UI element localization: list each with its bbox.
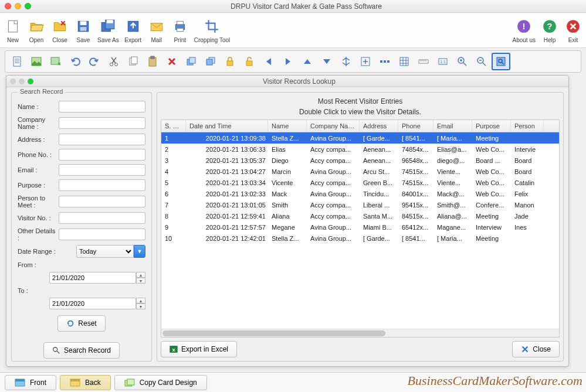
tool-copy-icon[interactable] — [124, 53, 143, 70]
tool-visitor-lookup-icon[interactable] — [492, 53, 510, 70]
tool-ruler-icon[interactable] — [414, 53, 433, 70]
minimize-window-icon[interactable] — [15, 3, 21, 9]
table-row[interactable]: 62020-01-21 13:02:33MackAvina Group...Ti… — [161, 188, 559, 199]
tool-fit-icon[interactable] — [356, 53, 375, 70]
help-button[interactable]: ?Help — [540, 17, 559, 43]
tab-back[interactable]: Back — [60, 375, 111, 390]
col-sno[interactable]: S. No. — [161, 120, 186, 132]
cropping-tool-button[interactable]: Cropping Tool — [194, 17, 231, 43]
copy-card-design-button[interactable]: Copy Card Design — [114, 375, 207, 390]
tool-grid-icon[interactable] — [395, 53, 414, 70]
col-email[interactable]: Email — [433, 120, 472, 132]
col-datetime[interactable]: Date and Time — [186, 120, 268, 132]
tool-bring-front-icon[interactable] — [182, 53, 201, 70]
print-button[interactable]: Print — [171, 17, 189, 43]
tool-align-center-icon[interactable] — [337, 53, 355, 70]
col-purpose[interactable]: Purpose — [472, 120, 511, 132]
save-button[interactable]: Save — [74, 17, 93, 43]
col-address[interactable]: Address — [360, 120, 398, 132]
col-phone[interactable]: Phone — [398, 120, 433, 132]
from-step-up-icon[interactable]: ▲ — [136, 272, 145, 278]
tool-arrow-right-icon[interactable] — [279, 53, 297, 70]
from-step-down-icon[interactable]: ▼ — [136, 278, 145, 284]
col-person[interactable]: Person — [511, 120, 544, 132]
table-row[interactable]: 42020-01-21 13:04:27MarcinAvina Group...… — [161, 166, 559, 177]
phone-input[interactable] — [59, 149, 145, 161]
tool-send-back-icon[interactable] — [201, 53, 220, 70]
table-row[interactable]: 72020-01-21 13:01:05SmithAccy compa...Li… — [161, 199, 559, 210]
grid-body[interactable]: 12020-01-21 13:09:38Stella Z...Avina Gro… — [161, 132, 559, 329]
chevron-down-icon[interactable]: ▼ — [134, 245, 145, 258]
to-step-up-icon[interactable]: ▲ — [136, 298, 145, 304]
about-button[interactable]: !About us — [513, 17, 536, 43]
tool-redo-icon[interactable] — [85, 53, 104, 70]
date-range-select[interactable]: Today — [76, 245, 134, 258]
table-row[interactable]: 82020-01-21 12:59:41AlianaAccy compa...S… — [161, 210, 559, 221]
sub-titlebar: Visitor Records Lookup — [6, 76, 568, 87]
svg-point-47 — [53, 347, 57, 352]
table-row[interactable]: 102020-01-21 12:42:01Stella Z...Avina Gr… — [161, 233, 559, 244]
tool-zoom-out-icon[interactable] — [472, 53, 491, 70]
open-button[interactable]: Open — [27, 17, 46, 43]
tool-image-icon[interactable] — [27, 53, 46, 70]
tab-front[interactable]: Front — [5, 375, 56, 390]
export-button[interactable]: Export — [124, 17, 143, 43]
table-row[interactable]: 92020-01-21 12:57:57MeganeAvina Group...… — [161, 221, 559, 233]
save-as-button[interactable]: Save As — [97, 17, 119, 43]
tool-unlock-icon[interactable] — [240, 53, 259, 70]
from-date-input[interactable] — [49, 272, 136, 284]
close-window-icon[interactable] — [5, 3, 11, 9]
purpose-input[interactable] — [59, 179, 145, 191]
table-row[interactable]: 52020-01-21 13:03:34VicenteAccy compa...… — [161, 177, 559, 188]
sub-close-icon[interactable] — [10, 79, 16, 84]
tool-zoom-in-icon[interactable] — [453, 53, 472, 70]
table-row[interactable]: 32020-01-21 13:05:37DiegoAccy compa...Ae… — [161, 155, 559, 166]
tool-image-add-icon[interactable] — [46, 53, 65, 70]
maximize-window-icon[interactable] — [25, 3, 31, 9]
tool-paste-icon[interactable] — [143, 53, 162, 70]
tool-undo-icon[interactable] — [66, 53, 84, 70]
tool-arrow-up-icon[interactable] — [298, 53, 317, 70]
tool-arrow-down-icon[interactable] — [317, 53, 336, 70]
close-dialog-button[interactable]: Close — [512, 341, 560, 357]
person-input[interactable] — [59, 196, 145, 207]
email-input[interactable] — [59, 164, 145, 176]
sub-maximize-icon[interactable] — [28, 79, 33, 84]
tool-lock-icon[interactable] — [221, 53, 239, 70]
table-row[interactable]: 12020-01-21 13:09:38Stella Z...Avina Gro… — [161, 132, 559, 144]
scrollbar-thumb[interactable] — [162, 330, 385, 336]
svg-rect-51 — [15, 379, 25, 381]
name-input[interactable] — [59, 101, 145, 113]
to-date-input[interactable] — [49, 298, 136, 309]
address-input[interactable] — [59, 134, 145, 145]
from-label: From : — [18, 261, 76, 268]
export-excel-button[interactable]: XExport in Excel — [161, 341, 237, 357]
col-name[interactable]: Name — [268, 120, 307, 132]
other-input[interactable] — [59, 229, 145, 240]
tool-arrow-left-icon[interactable] — [259, 53, 278, 70]
close-button[interactable]: Close — [50, 17, 69, 43]
mail-button[interactable]: Mail — [147, 17, 166, 43]
tool-distribute-icon[interactable] — [375, 53, 394, 70]
new-button[interactable]: New — [4, 17, 22, 43]
tool-document-icon[interactable] — [8, 53, 26, 70]
reset-button[interactable]: Reset — [57, 315, 105, 332]
table-title-2: Double Click to view the Visitor Details… — [161, 107, 560, 117]
search-record-button[interactable]: Search Record — [43, 342, 120, 359]
company-input[interactable] — [59, 117, 145, 129]
info-icon: ! — [514, 17, 533, 36]
search-legend: Search Record — [18, 88, 65, 95]
to-step-down-icon[interactable]: ▼ — [136, 304, 145, 309]
sub-window-title: Visitor Records Lookup — [33, 77, 565, 86]
svg-rect-39 — [387, 60, 389, 63]
visitor-no-input[interactable] — [59, 212, 145, 224]
svg-rect-6 — [107, 20, 113, 23]
col-company[interactable]: Company Name — [307, 120, 360, 132]
horizontal-scrollbar[interactable] — [161, 329, 559, 337]
sub-minimize-icon[interactable] — [19, 79, 25, 84]
table-row[interactable]: 22020-01-21 13:06:33EliasAccy compa...Ae… — [161, 144, 559, 155]
tool-delete-icon[interactable] — [162, 53, 181, 70]
tool-actual-size-icon[interactable]: 1:1 — [433, 53, 452, 70]
tool-cut-icon[interactable] — [104, 53, 123, 70]
exit-button[interactable]: Exit — [564, 17, 582, 43]
